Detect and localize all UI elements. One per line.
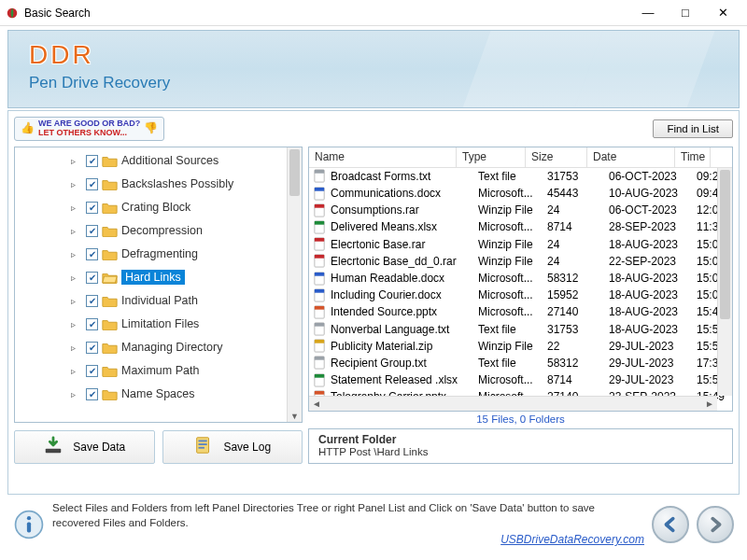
file-row[interactable]: Broadcast Forms.txtText file3175306-OCT-… — [309, 168, 732, 185]
footer-help: Select Files and Folders from left Panel… — [52, 501, 644, 547]
tree-checkbox[interactable]: ✔ — [86, 202, 98, 214]
twisty-icon[interactable]: ▹ — [71, 179, 82, 189]
svg-rect-23 — [315, 306, 324, 310]
close-button[interactable]: ✕ — [704, 0, 741, 26]
tree-item[interactable]: ▹✔Crating Block — [71, 196, 302, 219]
file-type: Microsoft... — [478, 305, 547, 318]
twisty-icon[interactable]: ▹ — [71, 319, 82, 329]
file-row[interactable]: Intended Source.pptxMicrosoft...2714018-… — [309, 303, 732, 320]
folder-icon — [102, 295, 118, 307]
twisty-icon[interactable]: ▹ — [71, 203, 82, 213]
tree-checkbox[interactable]: ✔ — [86, 342, 98, 354]
nav-back-button[interactable] — [652, 506, 689, 543]
tree-checkbox[interactable]: ✔ — [86, 225, 98, 237]
tree-item[interactable]: ▹✔Managing Directory — [71, 336, 302, 359]
folder-icon — [102, 225, 118, 237]
twisty-icon[interactable]: ▹ — [71, 366, 82, 376]
scroll-thumb[interactable] — [720, 170, 730, 319]
file-type: Microsoft... — [478, 373, 547, 386]
file-hscrollbar[interactable]: ◄► — [309, 396, 717, 411]
save-log-icon — [193, 435, 214, 458]
tree-item[interactable]: ▹✔Individual Path — [71, 289, 302, 313]
footer-url[interactable]: USBDriveDataRecovery.com — [52, 532, 644, 547]
file-row[interactable]: Recipient Group.txtText file5831229-JUL-… — [309, 355, 732, 371]
folder-tree: ▹✔Additional Sources▹✔Backslashes Possib… — [14, 147, 303, 423]
twisty-icon[interactable]: ▹ — [71, 156, 82, 166]
file-name: Statement Released .xlsx — [331, 373, 478, 386]
svg-rect-27 — [315, 340, 324, 343]
maximize-button[interactable]: □ — [667, 0, 704, 26]
twisty-icon[interactable]: ▹ — [71, 226, 82, 236]
file-date: 06-OCT-2023 — [609, 203, 697, 217]
minimize-button[interactable]: — — [629, 0, 667, 26]
file-row[interactable]: Publicity Material.zipWinzip File2229-JU… — [309, 338, 732, 355]
tree-checkbox[interactable]: ✔ — [86, 365, 98, 377]
find-in-list-button[interactable]: Find in List — [653, 119, 733, 138]
save-data-button[interactable]: Save Data — [14, 430, 155, 464]
twisty-icon[interactable]: ▹ — [71, 249, 82, 259]
file-row[interactable]: Delivered Means.xlsxMicrosoft...871428-S… — [309, 218, 732, 235]
tree-item[interactable]: ▹✔Limitation Files — [71, 313, 302, 336]
twisty-icon[interactable]: ▹ — [71, 296, 82, 306]
col-date[interactable]: Date — [587, 147, 675, 167]
nav-forward-button[interactable] — [697, 506, 734, 543]
scroll-left-icon[interactable]: ◄ — [312, 399, 321, 409]
feedback-line2: LET OTHERS KNOW... — [38, 129, 140, 138]
file-size: 24 — [547, 255, 609, 268]
scroll-right-icon[interactable]: ► — [705, 399, 714, 409]
file-type-icon — [313, 254, 327, 268]
scroll-thumb[interactable] — [289, 149, 300, 196]
save-log-label: Save Log — [223, 441, 271, 454]
feedback-banner[interactable]: 👍 WE ARE GOOD OR BAD? LET OTHERS KNOW...… — [14, 117, 164, 141]
svg-rect-36 — [27, 522, 31, 532]
file-type: Winzip File — [478, 340, 547, 353]
file-row[interactable]: Including Courier.docxMicrosoft...159521… — [309, 287, 732, 303]
twisty-icon[interactable]: ▹ — [71, 343, 82, 353]
svg-rect-29 — [315, 357, 324, 360]
folder-icon — [102, 318, 118, 330]
file-type: Winzip File — [478, 203, 547, 217]
file-name: Consumptions.rar — [331, 203, 478, 217]
svg-rect-19 — [315, 272, 324, 275]
file-row[interactable]: Elecrtonic Base.rarWinzip File2418-AUG-2… — [309, 236, 732, 253]
tree-item[interactable]: ▹✔Decompression — [71, 219, 302, 243]
twisty-icon[interactable]: ▹ — [71, 273, 82, 283]
tree-checkbox[interactable]: ✔ — [86, 388, 98, 400]
svg-rect-4 — [199, 443, 207, 445]
file-vscrollbar[interactable] — [717, 168, 732, 396]
col-name[interactable]: Name — [309, 147, 457, 167]
tree-item-label: Limitation Files — [121, 317, 199, 330]
file-date: 29-JUL-2023 — [609, 340, 697, 353]
col-type[interactable]: Type — [457, 147, 526, 167]
tree-scrollbar[interactable]: ▲ ▼ — [287, 147, 302, 422]
svg-rect-7 — [315, 170, 324, 174]
tree-checkbox[interactable]: ✔ — [86, 178, 98, 190]
left-pane: ▹✔Additional Sources▹✔Backslashes Possib… — [14, 147, 303, 464]
folder-icon — [102, 365, 118, 377]
brand-header: DDR Pen Drive Recovery — [7, 30, 740, 108]
col-size[interactable]: Size — [526, 147, 587, 167]
tree-item[interactable]: ▹✔Name Spaces — [71, 383, 302, 406]
scroll-down-icon[interactable]: ▼ — [288, 412, 302, 421]
file-row[interactable]: Nonverbal Language.txtText file3175318-A… — [309, 320, 732, 337]
file-row[interactable]: Human Readable.docxMicrosoft...5831218-A… — [309, 270, 732, 287]
file-row[interactable]: Statement Released .xlsxMicrosoft...8714… — [309, 371, 732, 388]
tree-checkbox[interactable]: ✔ — [86, 295, 98, 307]
file-type: Microsoft... — [478, 272, 547, 285]
twisty-icon[interactable]: ▹ — [71, 389, 82, 399]
tree-item[interactable]: ▹✔Maximum Path — [71, 359, 302, 383]
file-row[interactable]: Communications.docxMicrosoft...4544310-A… — [309, 185, 732, 202]
tree-checkbox[interactable]: ✔ — [86, 272, 98, 284]
tree-checkbox[interactable]: ✔ — [86, 248, 98, 260]
file-row[interactable]: Consumptions.rarWinzip File2406-OCT-2023… — [309, 202, 732, 218]
tree-checkbox[interactable]: ✔ — [86, 155, 98, 167]
tree-item[interactable]: ▹✔Backslashes Possibly — [71, 173, 302, 196]
file-row[interactable]: Elecrtonic Base_dd_0.rarWinzip File2422-… — [309, 253, 732, 270]
save-log-button[interactable]: Save Log — [162, 430, 303, 464]
tree-item[interactable]: ▹✔Additional Sources — [71, 149, 302, 173]
tree-item-label: Managing Directory — [121, 341, 222, 354]
tree-checkbox[interactable]: ✔ — [86, 318, 98, 330]
tree-item[interactable]: ▹✔Defragmenting — [71, 243, 302, 266]
col-time[interactable]: Time — [675, 147, 711, 167]
tree-item[interactable]: ▹✔Hard Links — [71, 266, 302, 289]
